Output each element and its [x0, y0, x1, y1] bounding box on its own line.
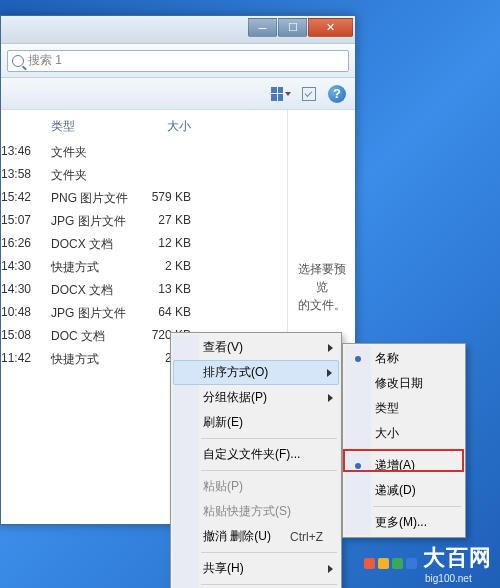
- brand-name: 大百网: [423, 543, 492, 573]
- sort-date[interactable]: 修改日期: [345, 371, 463, 396]
- brand-sub: big100.net: [423, 573, 492, 584]
- sort-more[interactable]: 更多(M)...: [345, 510, 463, 535]
- radio-dot-icon: [355, 356, 361, 362]
- preview-pane-button[interactable]: [299, 84, 319, 104]
- menu-customize[interactable]: 自定义文件夹(F)...: [173, 442, 339, 467]
- sort-desc[interactable]: 递减(D): [345, 478, 463, 503]
- search-input[interactable]: 搜索 1: [7, 50, 349, 72]
- checkbox-icon: [302, 87, 316, 101]
- chevron-down-icon: [285, 92, 291, 96]
- col-type[interactable]: 类型: [41, 118, 147, 135]
- preview-hint: 的文件。: [294, 296, 349, 314]
- radio-dot-icon: [355, 463, 361, 469]
- table-row[interactable]: 10:48JPG 图片文件64 KB: [1, 302, 287, 325]
- submenu-arrow-icon: [328, 394, 333, 402]
- close-button[interactable]: ✕: [308, 18, 353, 37]
- address-toolbar: 搜索 1: [1, 44, 355, 78]
- submenu-arrow-icon: [328, 344, 333, 352]
- brand-watermark: 大百网 big100.net: [364, 543, 492, 584]
- menu-view[interactable]: 查看(V): [173, 335, 339, 360]
- column-headers: 类型 大小: [1, 118, 287, 141]
- menu-share[interactable]: 共享(H): [173, 556, 339, 581]
- view-mode-button[interactable]: [271, 84, 291, 104]
- brand-logo-icon: [364, 558, 417, 569]
- sort-asc[interactable]: 递增(A): [345, 453, 463, 478]
- table-row[interactable]: 15:42PNG 图片文件579 KB: [1, 187, 287, 210]
- search-placeholder: 搜索 1: [28, 52, 62, 69]
- preview-hint: 选择要预览: [294, 260, 349, 296]
- maximize-button[interactable]: ☐: [278, 18, 307, 37]
- table-row[interactable]: 14:30DOCX 文档13 KB: [1, 279, 287, 302]
- table-row[interactable]: 15:07JPG 图片文件27 KB: [1, 210, 287, 233]
- help-icon: ?: [328, 85, 346, 103]
- context-menu: 查看(V) 排序方式(O) 分组依据(P) 刷新(E) 自定义文件夹(F)...…: [170, 332, 342, 588]
- table-row[interactable]: 13:58文件夹: [1, 164, 287, 187]
- col-size[interactable]: 大小: [147, 118, 203, 135]
- search-icon: [12, 55, 24, 67]
- sort-size[interactable]: 大小: [345, 421, 463, 446]
- menu-paste-shortcut: 粘贴快捷方式(S): [173, 499, 339, 524]
- menu-sort[interactable]: 排序方式(O): [173, 360, 339, 385]
- table-row[interactable]: 13:46文件夹: [1, 141, 287, 164]
- submenu-arrow-icon: [328, 565, 333, 573]
- sort-name[interactable]: 名称: [345, 346, 463, 371]
- menu-group[interactable]: 分组依据(P): [173, 385, 339, 410]
- menu-refresh[interactable]: 刷新(E): [173, 410, 339, 435]
- menu-paste: 粘贴(P): [173, 474, 339, 499]
- shortcut-label: Ctrl+Z: [290, 530, 323, 544]
- titlebar: ─ ☐ ✕: [1, 16, 355, 44]
- sort-submenu: 名称 修改日期 类型 大小 递增(A) 递减(D) 更多(M)...: [342, 343, 466, 538]
- menu-undo[interactable]: 撤消 删除(U)Ctrl+Z: [173, 524, 339, 549]
- command-toolbar: ?: [1, 78, 355, 110]
- help-button[interactable]: ?: [327, 84, 347, 104]
- sort-type[interactable]: 类型: [345, 396, 463, 421]
- table-row[interactable]: 14:30快捷方式2 KB: [1, 256, 287, 279]
- submenu-arrow-icon: [327, 369, 332, 377]
- grid-icon: [271, 87, 283, 101]
- minimize-button[interactable]: ─: [248, 18, 277, 37]
- table-row[interactable]: 16:26DOCX 文档12 KB: [1, 233, 287, 256]
